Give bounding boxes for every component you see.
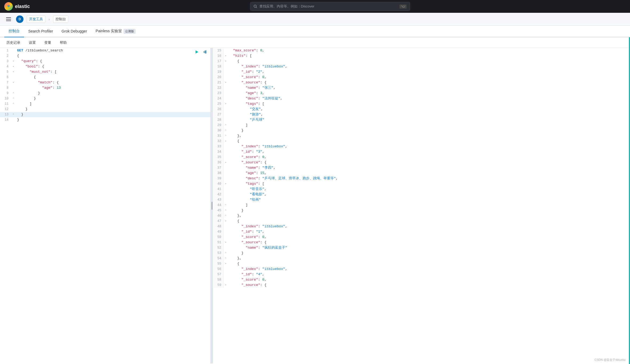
result-line-24: 24 "desc": "法外狂徒",: [213, 96, 630, 101]
result-line-42: 42 "看电影",: [213, 192, 630, 197]
global-search-bar[interactable]: 查找应用、内容等。例如：Discover ⌥/: [250, 2, 410, 11]
result-line-27: 27 "旅游",: [213, 112, 630, 117]
hamburger-icon: [6, 17, 11, 21]
result-line-33: 33 "_index": "itbluebox",: [213, 144, 630, 149]
result-line-44: 44 ^ ]: [213, 203, 630, 208]
result-line-45: 45 ^ }: [213, 208, 630, 213]
result-line-47: 47 ▾ {: [213, 219, 630, 224]
editor-panel: 1 GET /itbluebox/_search: [0, 48, 211, 363]
result-line-29: 29 ^ ]: [213, 123, 630, 128]
result-line-17: 17 ▾ {: [213, 59, 630, 64]
result-line-15: 15 "max_score": 0,: [213, 48, 630, 53]
editor-line-6: 6 {: [0, 75, 211, 80]
editor-line-5: 5 ▾ "must_not": [: [0, 69, 211, 75]
editor-line-1: 1 GET /itbluebox/_search: [0, 48, 211, 53]
result-line-51: 51 ▾ "_source": {: [213, 240, 630, 245]
editor-line-8: 8 "age": 13: [0, 85, 211, 91]
result-line-52: 52 "name": "疯狂的蓝盒子": [213, 245, 630, 250]
settings-button[interactable]: 设置: [27, 39, 38, 46]
help-button[interactable]: 帮助: [58, 39, 69, 46]
svg-line-8: [205, 51, 205, 52]
editor-line-14: 14 }: [0, 117, 211, 123]
result-line-21: 21 ▾ "_source": {: [213, 80, 630, 85]
tab-grok-debugger[interactable]: Grok Debugger: [57, 26, 92, 37]
tab-console[interactable]: 控制台: [4, 26, 24, 37]
elastic-logo[interactable]: elastic: [4, 2, 30, 11]
breadcrumb-console: 控制台: [53, 15, 68, 23]
editor-line-7: 7 ▾ "match": {: [0, 80, 211, 85]
result-line-50: 50 "_score": 0,: [213, 234, 630, 240]
watermark: CSDN @蓝盒子itbluebo: [595, 358, 626, 362]
result-line-35: 35 "_score": 0,: [213, 155, 630, 160]
resize-dots-icon: [212, 202, 212, 210]
editor-line-12: 12 }: [0, 107, 211, 112]
result-line-41: 41 "听音乐",: [213, 187, 630, 192]
result-line-53: 53 ^ }: [213, 250, 630, 256]
result-line-55: 55 ▾ {: [213, 261, 630, 266]
result-line-16: 16 ▾ "hits": [: [213, 53, 630, 59]
result-line-59: 59 ▾ "_source": {: [213, 282, 630, 288]
result-line-48: 48 "_index": "itbluebox",: [213, 224, 630, 229]
result-line-31: 31 ^ },: [213, 133, 630, 139]
copy-as-curl-button[interactable]: [202, 49, 208, 55]
hamburger-menu-button[interactable]: [4, 15, 13, 23]
result-line-39: 39 "desc": "乒乓球、足球、滑旱冰、跑步、跳绳、举重等",: [213, 176, 630, 181]
result-line-58: 58 "_score": 0,: [213, 277, 630, 282]
editor-line-4: 4 ▾ "bool": {: [0, 64, 211, 69]
result-line-36: 36 ▾ "_source": {: [213, 160, 630, 165]
editor-line-3: 3 ▾ "query": {: [0, 59, 211, 64]
editor-line-2: 2 {: [0, 53, 211, 59]
editor-line-10: 10 ^ }: [0, 96, 211, 101]
result-line-22: 22 "name": "张三",: [213, 85, 630, 91]
painless-lab-badge: 公测版: [124, 29, 136, 34]
breadcrumb-dev-tools[interactable]: 开发工具: [27, 15, 45, 23]
editor-toolbar: 历史记录 设置 变量 帮助: [0, 37, 630, 48]
result-line-32: 32 ▾ {: [213, 139, 630, 144]
result-line-20: 20 "_score": 0,: [213, 75, 630, 80]
editor-action-icons: [193, 48, 208, 56]
result-line-49: 49 "_id": "1",: [213, 229, 630, 234]
breadcrumb-bar: D 开发工具 › 控制台: [0, 13, 630, 26]
result-line-37: 37 "name": "李四",: [213, 165, 630, 171]
logo-icon: [4, 2, 13, 11]
avatar: D: [16, 15, 23, 23]
result-line-46: 46 ^ },: [213, 213, 630, 219]
svg-marker-4: [196, 50, 198, 54]
tab-painless-lab[interactable]: Painless 实验室 公测版: [91, 26, 140, 37]
variables-button[interactable]: 变量: [42, 39, 53, 46]
breadcrumb-separator: ›: [49, 17, 50, 21]
tab-bar: 控制台 Search Profiler Grok Debugger Painle…: [0, 26, 630, 37]
result-line-57: 57 "_id": "4",: [213, 272, 630, 277]
result-line-38: 38 "age": 15,: [213, 171, 630, 176]
right-accent-bar: [629, 37, 630, 363]
search-placeholder: 查找应用、内容等。例如：Discover: [259, 4, 315, 9]
result-line-23: 23 "age": 3,: [213, 91, 630, 96]
result-line-30: 30 ^ }: [213, 128, 630, 133]
svg-line-9: [205, 52, 205, 52]
resize-handle[interactable]: [211, 48, 213, 363]
result-line-18: 18 "_index": "itbluebox",: [213, 64, 630, 69]
search-shortcut: ⌥/: [399, 5, 406, 9]
logo-text: elastic: [15, 4, 30, 9]
result-line-25: 25 ▾ "tags": [: [213, 101, 630, 107]
result-line-34: 34 "_id": "3",: [213, 149, 630, 155]
editor-line-13: 13 ^ }: [0, 112, 211, 117]
result-line-28: 28 "乒乓球": [213, 117, 630, 123]
result-line-26: 26 "交友",: [213, 107, 630, 112]
main-content: 1 GET /itbluebox/_search: [0, 48, 630, 363]
result-line-54: 54 ^ },: [213, 256, 630, 261]
top-navigation: elastic 查找应用、内容等。例如：Discover ⌥/: [0, 0, 630, 13]
result-line-56: 56 "_index": "itbluebox",: [213, 266, 630, 272]
result-line-40: 40 ▾ "tags": [: [213, 181, 630, 187]
result-line-19: 19 "_id": "2",: [213, 69, 630, 75]
editor-line-11: 11 ^ ]: [0, 101, 211, 107]
result-panel[interactable]: 15 "max_score": 0, 16 ▾ "hits": [ 17 ▾ {…: [213, 48, 630, 363]
svg-point-2: [7, 5, 10, 7]
history-button[interactable]: 历史记录: [4, 39, 22, 46]
code-editor[interactable]: 1 GET /itbluebox/_search: [0, 48, 211, 363]
tab-search-profiler[interactable]: Search Profiler: [24, 26, 57, 37]
run-button[interactable]: [193, 49, 200, 55]
search-icon: [253, 5, 257, 8]
editor-line-9: 9 ^ }: [0, 91, 211, 96]
result-line-43: 43 "绘画": [213, 197, 630, 203]
